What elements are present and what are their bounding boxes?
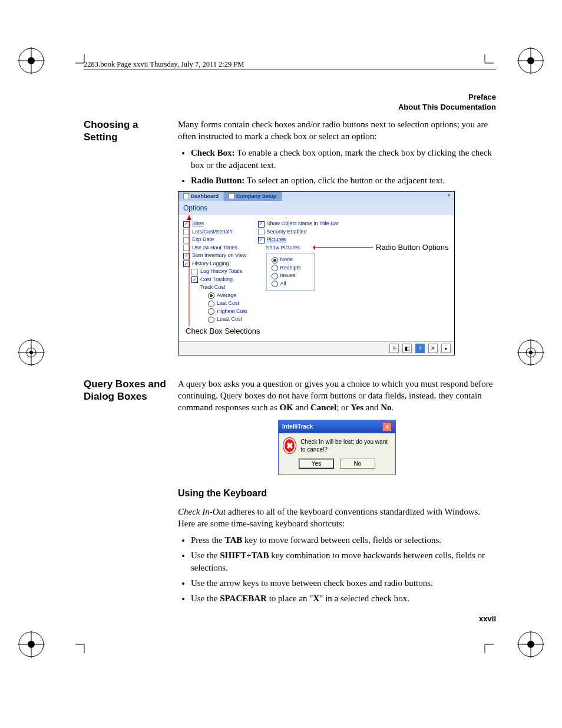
callout-arrow — [182, 215, 200, 330]
page-number: xxvii — [479, 614, 496, 623]
subheading-using-keyboard: Using the Keyboard — [178, 487, 496, 500]
toolbar-icon[interactable]: ⎘ — [389, 344, 399, 353]
toolbar-icons: ⎘ ◧ ? ✕ ▸ — [178, 341, 454, 355]
tab-label: Company Setup — [236, 193, 277, 200]
body-text: Many forms contain check boxes and/or ra… — [178, 118, 496, 143]
list-item: Radio Button: To select an option, click… — [191, 174, 496, 186]
radio-issues[interactable]: Issues — [272, 272, 309, 280]
preface-label: Preface — [468, 93, 496, 101]
body-text: A query box asks you a question or gives… — [178, 378, 496, 414]
crop-target-mr — [517, 339, 544, 366]
list-item: Use the SHIFT+TAB key combination to mov… — [191, 549, 496, 574]
radio-last-cost[interactable]: Last Cost — [208, 299, 247, 308]
crop-target-tl — [18, 47, 45, 74]
radio-average[interactable]: Average — [208, 292, 247, 300]
checkbox-security-enabled[interactable]: Security Enabled — [258, 228, 339, 236]
checkbox-pictures[interactable]: Pictures — [258, 236, 339, 244]
crop-target-bl — [18, 631, 45, 658]
running-head: Preface About This Documentation — [84, 93, 496, 113]
bullet-list: Check Box: To enable a check box option,… — [178, 147, 496, 186]
no-button[interactable]: No — [340, 459, 375, 469]
book-header-line: 2283.book Page xxvii Thursday, July 7, 2… — [84, 60, 496, 69]
dialog-message: Check In will be lost; do you want to ca… — [300, 438, 391, 454]
toolbar-icon[interactable]: ✕ — [428, 344, 438, 353]
radio-none[interactable]: None — [272, 256, 309, 264]
body-text: To select an option, click the button or… — [244, 176, 445, 185]
toolbar-icon[interactable]: ◧ — [402, 344, 412, 353]
error-icon: ✖ — [283, 438, 296, 453]
corner-tick — [75, 644, 85, 655]
crop-target-tr — [517, 47, 544, 74]
list-item: Use the arrow keys to move between check… — [191, 577, 496, 589]
radio-all[interactable]: All — [272, 280, 309, 288]
checkbox-cost-tracking[interactable]: Cost Tracking — [191, 276, 247, 284]
radio-receipts[interactable]: Receipts — [272, 264, 309, 272]
tab-dashboard[interactable]: Dashboard — [178, 192, 224, 201]
list-item: Press the TAB key to move forward betwee… — [191, 534, 496, 546]
svg-marker-35 — [187, 215, 191, 220]
close-icon[interactable]: X — [382, 422, 392, 431]
options-panel-figure: Dashboard Company Setup × Options Sites … — [178, 191, 455, 355]
crop-target-br — [517, 631, 544, 658]
term-check-box: Check Box: — [191, 148, 235, 157]
callout-arrow — [314, 247, 373, 248]
close-icon[interactable]: × — [444, 192, 454, 201]
tab-bar: Dashboard Company Setup × — [178, 192, 454, 201]
tab-icon — [229, 193, 234, 199]
tab-icon — [183, 193, 189, 199]
list-item: Check Box: To enable a check box option,… — [191, 147, 496, 171]
query-dialog-figure: IntelliTrack X ✖ Check In will be lost; … — [278, 420, 396, 476]
options-right-column: Show Object Name in Title Bar Security E… — [258, 220, 339, 324]
corner-tick — [484, 644, 494, 655]
list-item: Use the SPACEBAR to place an "X" in a se… — [191, 592, 496, 604]
about-label: About This Documentation — [398, 103, 496, 111]
bullet-list: Press the TAB key to move forward betwee… — [178, 534, 496, 604]
dialog-titlebar: IntelliTrack X — [279, 420, 395, 433]
dialog-title: IntelliTrack — [282, 423, 313, 431]
toolbar-icon[interactable]: ? — [415, 344, 425, 353]
callout-radio-label: Radio Button Options — [376, 242, 449, 253]
side-heading-query: Query Boxes and Dialog Boxes — [84, 378, 178, 610]
yes-button[interactable]: Yes — [299, 459, 334, 469]
side-heading-choosing: Choosing a Setting — [84, 118, 178, 367]
options-heading: Options — [178, 201, 454, 215]
label-track-cost: Track Cost — [200, 284, 247, 292]
crop-target-ml — [18, 339, 45, 366]
callout-checkbox-label: Check Box Selections — [186, 326, 260, 337]
term-radio-button: Radio Button: — [191, 176, 244, 185]
checkbox-show-object-name[interactable]: Show Object Name in Title Bar — [258, 220, 339, 228]
body-text: Check In-Out adheres to all of the keybo… — [178, 506, 496, 530]
body-text: To enable a check box option, mark the c… — [191, 148, 492, 169]
radio-highest-cost[interactable]: Highest Cost — [208, 308, 247, 316]
checkbox-log-history-totals[interactable]: Log History Totals — [191, 268, 247, 276]
show-pictures-group: None Receipts Issues All — [266, 253, 315, 291]
tab-label: Dashboard — [191, 193, 219, 200]
radio-least-cost[interactable]: Least Cost — [208, 315, 247, 324]
label-show-pictures: Show Pictures — [266, 244, 339, 252]
tab-company-setup[interactable]: Company Setup — [224, 192, 282, 201]
toolbar-icon[interactable]: ▸ — [441, 344, 451, 353]
